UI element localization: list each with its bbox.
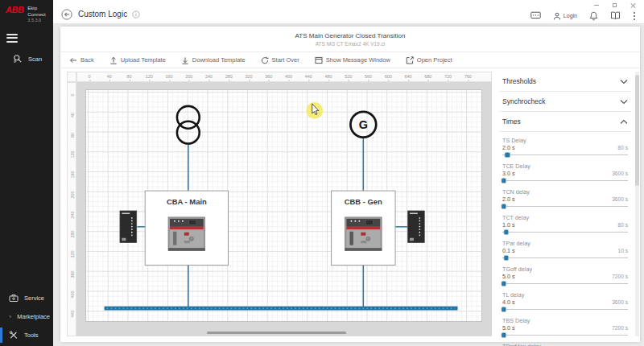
breaker-box-cbb[interactable]: CBB - Gen bbox=[332, 191, 395, 265]
section-thresholds[interactable]: Thresholds bbox=[499, 72, 631, 92]
download-template-button[interactable]: Download Template bbox=[181, 56, 246, 64]
app-name: Ekip Connect bbox=[27, 6, 49, 18]
ruler-tick: 720 bbox=[444, 74, 452, 79]
ruler-tick: 120 bbox=[146, 74, 153, 79]
slider-max: 3600 s bbox=[612, 299, 628, 305]
ruler-tick: 120 bbox=[70, 150, 75, 159]
slider-label: TCE Delay bbox=[502, 163, 628, 170]
slider-tl-delay[interactable] bbox=[502, 307, 628, 312]
sidebar-item-scan[interactable]: Scan bbox=[0, 44, 53, 64]
slider-value: 4.0 s bbox=[502, 299, 515, 306]
slider-max: 80 s bbox=[618, 145, 628, 150]
breaker-box-cba[interactable]: CBA - Main bbox=[145, 191, 228, 265]
slider-label: TCT delay bbox=[502, 214, 628, 221]
v-ruler: 04080120160200240280320360400440 bbox=[67, 82, 76, 336]
slider-tce-delay[interactable] bbox=[502, 178, 628, 183]
ekip-module-image[interactable] bbox=[120, 211, 137, 243]
toolbar: Back Upload Template Download Template S… bbox=[60, 51, 640, 68]
slider-tgoff-delay[interactable] bbox=[502, 281, 628, 286]
slider-row-tcn-delay: TCN delay2.0 s3600 s bbox=[499, 186, 631, 212]
slider-tpar-delay[interactable] bbox=[502, 255, 628, 261]
slider-value: 3.0 s bbox=[502, 170, 515, 177]
maximize-icon[interactable] bbox=[613, 3, 617, 7]
close-icon[interactable] bbox=[630, 2, 636, 8]
slider-handle[interactable] bbox=[503, 255, 509, 261]
slider-row-tce-delay: TCE Delay3.0 s3600 s bbox=[499, 160, 631, 186]
show-message-window-button[interactable]: Show Message Window bbox=[315, 56, 390, 64]
project-title: ATS Main Generator Closed Transition bbox=[60, 32, 640, 39]
section-times[interactable]: Times bbox=[499, 112, 631, 132]
ruler-tick: 200 bbox=[70, 190, 75, 200]
generator-symbol[interactable]: G bbox=[350, 112, 376, 138]
start-over-button[interactable]: Start Over bbox=[261, 56, 299, 64]
login-button[interactable]: Login bbox=[553, 12, 577, 20]
minimize-icon[interactable] bbox=[594, 5, 599, 6]
slider-handle[interactable] bbox=[505, 152, 510, 158]
ruler-tick: 760 bbox=[464, 74, 472, 79]
grid-sheet[interactable]: G CBA - Main bbox=[85, 89, 482, 322]
kebab-menu-icon[interactable] bbox=[633, 11, 636, 21]
top-bar: Custom Logic Login bbox=[53, 0, 644, 24]
login-label: Login bbox=[564, 13, 577, 19]
book-icon[interactable] bbox=[610, 11, 621, 20]
parameters-panel: Thresholds Synchrocheck Times TS Delay2.… bbox=[499, 72, 631, 342]
scan-icon bbox=[13, 54, 23, 64]
slider-tbs-delay[interactable] bbox=[502, 332, 628, 338]
ruler-tick: 320 bbox=[245, 74, 252, 79]
section-synchrocheck[interactable]: Synchrocheck bbox=[499, 92, 631, 112]
ruler-tick: 200 bbox=[185, 74, 192, 79]
slider-handle[interactable] bbox=[501, 204, 506, 209]
open-external-icon bbox=[406, 56, 414, 64]
abb-logo: ABB bbox=[6, 6, 23, 14]
ruler-tick: 160 bbox=[165, 74, 172, 79]
canvas-viewport[interactable]: G CBA - Main bbox=[76, 82, 492, 336]
ruler-tick: 0 bbox=[88, 74, 90, 79]
slider-tct-delay[interactable] bbox=[502, 229, 628, 235]
back-button[interactable]: Back bbox=[69, 56, 94, 64]
tools-icon bbox=[9, 331, 19, 340]
open-project-button[interactable]: Open Project bbox=[406, 56, 452, 64]
slider-max: 7200 s bbox=[612, 325, 628, 331]
sidebar-item-label: Service bbox=[24, 295, 44, 302]
breaker-image bbox=[345, 217, 382, 251]
slider-label: TL delay bbox=[502, 291, 628, 299]
back-circle-icon[interactable] bbox=[61, 9, 72, 20]
transformer-symbol[interactable] bbox=[177, 106, 200, 144]
sidebar-item-tools[interactable]: Tools bbox=[0, 326, 53, 344]
slider-row-tparmax-delay: TParMax delay10.0 s0 s60 s bbox=[499, 340, 631, 346]
slider-tcn-delay[interactable] bbox=[502, 204, 628, 209]
ekip-module-image[interactable] bbox=[407, 211, 424, 243]
slider-max: 10 s bbox=[618, 248, 628, 253]
slider-label: TGoff delay bbox=[502, 266, 628, 273]
horizontal-scrollbar[interactable] bbox=[207, 332, 346, 334]
slider-max: 80 s bbox=[618, 222, 628, 228]
chevron-down-icon bbox=[620, 99, 628, 105]
app-version: 3.5.3.0 bbox=[27, 18, 49, 23]
slider-handle[interactable] bbox=[501, 332, 506, 338]
slider-handle[interactable] bbox=[503, 229, 509, 235]
message-icon[interactable] bbox=[530, 11, 541, 20]
vertical-scrollbar-thumb[interactable] bbox=[635, 75, 639, 186]
slider-max: 3600 s bbox=[612, 171, 628, 176]
slider-label: TS Delay bbox=[502, 137, 628, 144]
slider-label: TPar delay bbox=[502, 240, 628, 247]
sidebar-item-marketplace[interactable]: Marketplace bbox=[0, 307, 53, 326]
slider-value: 5.0 s bbox=[502, 273, 515, 280]
times-sliders: TS Delay2.0 s80 sTCE Delay3.0 s3600 sTCN… bbox=[499, 132, 631, 346]
canvas-area: 0408012016020024028032036040044048052056… bbox=[67, 72, 492, 336]
vertical-scrollbar[interactable] bbox=[635, 72, 639, 336]
slider-ts-delay[interactable] bbox=[502, 152, 628, 158]
slider-row-tct-delay: TCT delay1.0 s80 s bbox=[499, 212, 631, 237]
logic-diagram: G CBA - Main bbox=[86, 90, 481, 321]
bell-icon[interactable] bbox=[589, 11, 598, 21]
slider-handle[interactable] bbox=[501, 281, 506, 286]
slider-handle[interactable] bbox=[501, 178, 506, 183]
slider-handle[interactable] bbox=[501, 307, 506, 312]
slider-value: 2.0 s bbox=[502, 196, 515, 203]
ruler-tick: 320 bbox=[70, 249, 75, 259]
menu-icon[interactable] bbox=[6, 34, 18, 45]
upload-template-button[interactable]: Upload Template bbox=[109, 56, 166, 64]
info-icon[interactable] bbox=[132, 10, 140, 19]
sidebar-item-service[interactable]: Service bbox=[0, 289, 53, 307]
ruler-tick: 40 bbox=[70, 110, 75, 120]
